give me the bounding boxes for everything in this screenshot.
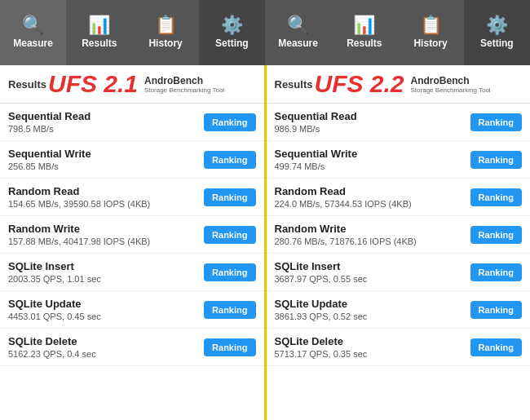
andro-top-right: AndroBench	[411, 75, 470, 86]
ranking-btn-sqlite-insert-right[interactable]: Ranking	[470, 263, 522, 281]
results-label-left: Results	[82, 38, 117, 49]
bench-value-seq-write-right: 499.74 MB/s	[275, 161, 358, 171]
results-label-right: Results	[347, 38, 382, 49]
measure-icon-right: 🔍	[287, 16, 309, 34]
history-icon-right: 📋	[420, 16, 442, 34]
bench-row-sqlite-update-left: SQLite Update 4453.01 QPS, 0.45 sec Rank…	[0, 291, 264, 329]
bench-value-rand-write-left: 157.88 MB/s, 40417.98 IOPS (4KB)	[8, 237, 150, 246]
bench-value-sqlite-update-left: 4453.01 QPS, 0.45 sec	[8, 312, 101, 321]
results-text-right: Results	[275, 78, 313, 91]
nav-measure-left[interactable]: 🔍 Measure	[0, 0, 66, 65]
bench-row-rand-write-right: Random Write 280.76 MB/s, 71876.16 IOPS …	[267, 216, 531, 254]
ranking-btn-rand-read-right[interactable]: Ranking	[470, 188, 522, 206]
androbench-logo-right: AndroBench Storage Benchmarking Tool	[411, 75, 491, 94]
bench-name-sqlite-delete-right: SQLite Delete	[275, 335, 368, 347]
setting-label-left: Setting	[215, 38, 249, 49]
ranking-btn-sqlite-insert-left[interactable]: Ranking	[204, 263, 255, 281]
bench-value-sqlite-update-right: 3861.93 QPS, 0.52 sec	[275, 312, 368, 321]
bench-value-seq-write-left: 256.85 MB/s	[8, 161, 91, 171]
bench-info-rand-write-right: Random Write 280.76 MB/s, 71876.16 IOPS …	[275, 223, 417, 246]
bench-row-rand-write-left: Random Write 157.88 MB/s, 40417.98 IOPS …	[0, 216, 264, 254]
bench-info-sqlite-insert-right: SQLite Insert 3687.97 QPS, 0.55 sec	[275, 260, 368, 284]
ranking-btn-seq-read-left[interactable]: Ranking	[204, 113, 255, 131]
bench-info-seq-read-right: Sequential Read 986.9 MB/s	[275, 110, 357, 134]
bench-info-sqlite-insert-left: SQLite Insert 2003.35 QPS, 1.01 sec	[8, 260, 101, 284]
panel-left-header: Results UFS 2.1 AndroBench Storage Bench…	[0, 65, 264, 104]
bench-name-sqlite-update-right: SQLite Update	[275, 298, 368, 310]
setting-icon-left: ⚙️	[221, 16, 243, 34]
bench-name-sqlite-delete-left: SQLite Delete	[8, 335, 96, 347]
bench-info-seq-write-right: Sequential Write 499.74 MB/s	[275, 148, 358, 171]
results-icon-left: 📊	[88, 16, 110, 34]
bench-row-sqlite-insert-right: SQLite Insert 3687.97 QPS, 0.55 sec Rank…	[267, 254, 531, 291]
setting-icon-right: ⚙️	[486, 16, 508, 34]
bench-row-seq-write-left: Sequential Write 256.85 MB/s Ranking	[0, 141, 264, 179]
ranking-btn-seq-read-right[interactable]: Ranking	[470, 113, 522, 131]
panel-left: Results UFS 2.1 AndroBench Storage Bench…	[0, 65, 264, 420]
bench-row-sqlite-update-right: SQLite Update 3861.93 QPS, 0.52 sec Rank…	[267, 291, 531, 329]
results-icon-right: 📊	[353, 16, 375, 34]
ranking-btn-sqlite-delete-right[interactable]: Ranking	[470, 338, 522, 356]
bench-name-seq-read-left: Sequential Read	[8, 110, 91, 122]
bench-name-seq-read-right: Sequential Read	[275, 110, 357, 122]
bench-info-rand-read-right: Random Read 224.0 MB/s, 57344.53 IOPS (4…	[275, 185, 412, 209]
nav-history-left[interactable]: 📋 History	[133, 0, 199, 65]
ranking-btn-sqlite-update-right[interactable]: Ranking	[470, 301, 522, 319]
bench-info-rand-read-left: Random Read 154.65 MB/s, 39590.58 IOPS (…	[8, 185, 150, 209]
bench-info-sqlite-delete-right: SQLite Delete 5713.17 QPS, 0.35 sec	[275, 335, 368, 359]
bench-value-rand-read-left: 154.65 MB/s, 39590.58 IOPS (4KB)	[8, 199, 150, 209]
bench-name-sqlite-insert-left: SQLite Insert	[8, 260, 101, 272]
bench-row-rand-read-right: Random Read 224.0 MB/s, 57344.53 IOPS (4…	[267, 179, 531, 216]
history-label-left: History	[148, 38, 182, 49]
bench-info-sqlite-delete-left: SQLite Delete 5162.23 QPS, 0.4 sec	[8, 335, 96, 359]
bench-row-sqlite-delete-right: SQLite Delete 5713.17 QPS, 0.35 sec Rank…	[267, 329, 531, 366]
bench-row-sqlite-insert-left: SQLite Insert 2003.35 QPS, 1.01 sec Rank…	[0, 254, 264, 291]
bench-name-seq-write-right: Sequential Write	[275, 148, 358, 160]
bench-value-sqlite-insert-right: 3687.97 QPS, 0.55 sec	[275, 274, 368, 284]
nav-right: 🔍 Measure 📊 Results 📋 History ⚙️ Setting	[265, 0, 530, 65]
main-content: Results UFS 2.1 AndroBench Storage Bench…	[0, 65, 530, 420]
panel-right: Results UFS 2.2 AndroBench Storage Bench…	[267, 65, 531, 420]
bench-row-seq-write-right: Sequential Write 499.74 MB/s Ranking	[267, 141, 531, 179]
ranking-btn-rand-read-left[interactable]: Ranking	[204, 188, 255, 206]
nav-left: 🔍 Measure 📊 Results 📋 History ⚙️ Setting	[0, 0, 265, 65]
panel-right-header: Results UFS 2.2 AndroBench Storage Bench…	[267, 65, 531, 104]
measure-label-left: Measure	[13, 38, 53, 49]
nav-history-right[interactable]: 📋 History	[398, 0, 464, 65]
bench-info-seq-write-left: Sequential Write 256.85 MB/s	[8, 148, 91, 171]
bench-value-rand-read-right: 224.0 MB/s, 57344.53 IOPS (4KB)	[275, 199, 412, 209]
bench-value-rand-write-right: 280.76 MB/s, 71876.16 IOPS (4KB)	[275, 237, 417, 246]
bench-name-seq-write-left: Sequential Write	[8, 148, 91, 160]
nav-results-right[interactable]: 📊 Results	[331, 0, 397, 65]
andro-bottom-left: Storage Benchmarking Tool	[144, 86, 224, 94]
measure-label-right: Measure	[278, 38, 318, 49]
ranking-btn-sqlite-delete-left[interactable]: Ranking	[204, 338, 255, 356]
bench-value-sqlite-insert-left: 2003.35 QPS, 1.01 sec	[8, 274, 101, 284]
bench-row-seq-read-right: Sequential Read 986.9 MB/s Ranking	[267, 104, 531, 141]
bench-name-rand-write-right: Random Write	[275, 223, 417, 235]
measure-icon-left: 🔍	[22, 16, 44, 34]
bench-name-rand-read-left: Random Read	[8, 185, 150, 197]
nav-measure-right[interactable]: 🔍 Measure	[265, 0, 331, 65]
nav-bar: 🔍 Measure 📊 Results 📋 History ⚙️ Setting…	[0, 0, 530, 65]
bench-row-sqlite-delete-left: SQLite Delete 5162.23 QPS, 0.4 sec Ranki…	[0, 329, 264, 366]
bench-name-rand-read-right: Random Read	[275, 185, 412, 197]
nav-results-left[interactable]: 📊 Results	[66, 0, 132, 65]
bench-name-sqlite-insert-right: SQLite Insert	[275, 260, 368, 272]
ranking-btn-rand-write-right[interactable]: Ranking	[470, 226, 522, 244]
ranking-btn-sqlite-update-left[interactable]: Ranking	[204, 301, 255, 319]
ranking-btn-seq-write-left[interactable]: Ranking	[204, 151, 255, 169]
bench-info-sqlite-update-right: SQLite Update 3861.93 QPS, 0.52 sec	[275, 298, 368, 321]
nav-setting-left[interactable]: ⚙️ Setting	[199, 0, 265, 65]
ufs-label-right: UFS 2.2	[314, 72, 404, 96]
bench-info-seq-read-left: Sequential Read 798.5 MB/s	[8, 110, 91, 134]
bench-name-rand-write-left: Random Write	[8, 223, 150, 235]
ranking-btn-rand-write-left[interactable]: Ranking	[204, 226, 255, 244]
ranking-btn-seq-write-right[interactable]: Ranking	[470, 151, 522, 169]
bench-row-rand-read-left: Random Read 154.65 MB/s, 39590.58 IOPS (…	[0, 179, 264, 216]
bench-row-seq-read-left: Sequential Read 798.5 MB/s Ranking	[0, 104, 264, 141]
nav-setting-right[interactable]: ⚙️ Setting	[464, 0, 530, 65]
history-label-right: History	[413, 38, 447, 49]
andro-top-left: AndroBench	[144, 75, 203, 86]
bench-value-sqlite-delete-left: 5162.23 QPS, 0.4 sec	[8, 349, 96, 359]
